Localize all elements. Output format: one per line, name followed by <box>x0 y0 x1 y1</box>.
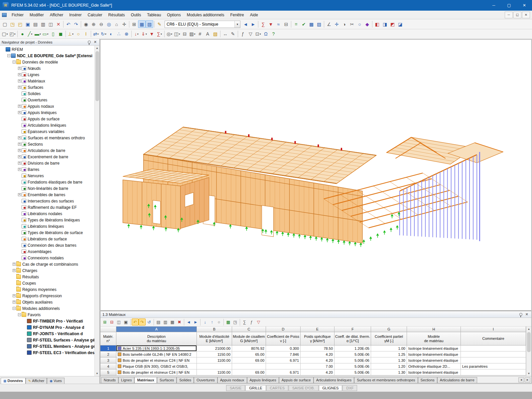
table-undo-icon[interactable]: ↶ <box>132 319 139 326</box>
mirror-copy-icon[interactable]: ◐ <box>107 30 115 38</box>
cell-g[interactable]: 1.00 <box>371 345 407 351</box>
tree-item-lignes[interactable]: +Lignes <box>0 71 94 78</box>
table-pin-icon[interactable] <box>519 313 522 316</box>
cell-comment[interactable]: Les paramètres <box>461 363 526 369</box>
print-icon[interactable]: ▤ <box>32 20 39 28</box>
tree-item-n-uds[interactable]: +Nœuds <box>0 65 94 71</box>
tree-expand-icon[interactable]: − <box>18 313 21 316</box>
column-header-G[interactable]: Coefficient partielγM [-] <box>371 332 407 345</box>
table-scroll-up-icon[interactable]: ▲ <box>526 327 531 332</box>
tree-expand-icon[interactable]: + <box>18 155 21 158</box>
open-file-icon[interactable]: ◳ <box>9 20 16 28</box>
tree-item-types-de-lib-rations-de-surfac[interactable]: Types de libérations de surface <box>0 229 94 236</box>
model-viewport[interactable] <box>100 39 532 311</box>
column-letter-C[interactable]: C <box>232 327 266 332</box>
pin-icon[interactable] <box>88 41 91 44</box>
coordinate-systems-icon[interactable]: ✛ <box>333 20 340 28</box>
superposition-icon[interactable]: ∑ <box>259 20 267 28</box>
table-tab-mat-riaux[interactable]: Matériaux <box>134 377 157 383</box>
previous-view-icon[interactable]: ⌂ <box>113 20 120 28</box>
tree-expand-icon[interactable]: + <box>18 73 21 76</box>
save-icon[interactable]: ▣ <box>24 20 32 28</box>
print-preview-icon[interactable]: ▥ <box>39 20 47 28</box>
row-number[interactable]: 3 <box>100 357 116 363</box>
row-number[interactable]: 1 <box>100 345 116 351</box>
cell-b[interactable]: 1150.00 <box>197 351 232 357</box>
status-toggle-dxf[interactable]: DXF <box>342 385 357 391</box>
table-ole-icon[interactable]: ◳ <box>232 319 239 326</box>
navigator-tab-vues[interactable]: ◉Vues <box>47 378 64 384</box>
tree-item-ensembles-de-barres[interactable]: +Ensembles de barres <box>0 192 94 198</box>
tree-item-raffinement-du-maillage-ef[interactable]: Raffinement du maillage EF <box>0 204 94 210</box>
load-case-combo[interactable]: CR6 - ELU (EQU) - Sismique ▾ <box>165 21 240 28</box>
tree-expand-icon[interactable]: − <box>7 54 10 57</box>
new-nodal-load-icon[interactable]: ↓▾ <box>133 30 140 38</box>
menu-item-aide[interactable]: Aide <box>247 11 261 19</box>
dimensions-icon[interactable]: ↔ <box>221 30 229 38</box>
tree-item-assemblages[interactable]: Assemblages <box>0 248 94 255</box>
show-results-icon[interactable]: ≈ <box>275 20 282 28</box>
cell-model[interactable]: Isotrope linéairement élastique <box>407 345 461 351</box>
visibility-icon[interactable]: ◎▾ <box>166 30 173 38</box>
help-tool-icon[interactable]: ? <box>270 30 277 38</box>
move-copy-icon[interactable]: ⇄▾ <box>92 30 100 38</box>
tree-item-rf-steel-ec3-v-rification-des-[interactable]: RF-STEEL EC3 - Vérification des l <box>0 349 94 356</box>
maximize-button[interactable]: ▢ <box>501 0 517 11</box>
tree-expand-icon[interactable]: + <box>18 67 21 70</box>
column-letter-D[interactable]: D <box>266 327 301 332</box>
new-surface-load-icon[interactable]: ▼ <box>148 30 156 38</box>
tree-item-connexion-des-deux-barres[interactable]: Connexion des deux barres <box>0 242 94 248</box>
tree-item-lib-rations-lin-iques[interactable]: Libérations linéiques <box>0 223 94 229</box>
model-3d-view[interactable] <box>100 40 531 310</box>
tree-item-surfaces-et-membranes-orthotro[interactable]: +Surfaces et membranes orthotro <box>0 135 94 141</box>
tree-item-rf-joints-v-rification-d[interactable]: RF-JOINTS - Vérification d <box>0 331 94 337</box>
cell-description[interactable]: Acier S 235 | EN 1993-1-1:2005-05 <box>116 345 197 351</box>
new-line-icon[interactable]: ╱▾ <box>26 30 34 38</box>
edit-select-icon[interactable]: ▢▾ <box>1 30 9 38</box>
scroll-up-icon[interactable]: ▲ <box>95 46 100 51</box>
tree-expand-icon[interactable]: + <box>18 162 21 165</box>
cell-g[interactable]: 1.30 <box>371 357 407 363</box>
tree-item-coupes[interactable]: Coupes <box>0 280 94 286</box>
table-close-icon[interactable]: ✕ <box>524 312 529 317</box>
table-scroll-down-icon[interactable]: ▼ <box>526 371 531 376</box>
cell-c[interactable] <box>232 363 266 369</box>
tree-item--paisseurs-variables[interactable]: Épaisseurs variables <box>0 128 94 135</box>
tree-expand-icon[interactable]: + <box>18 193 21 196</box>
special-objects-icon[interactable]: ◆ <box>363 20 371 28</box>
new-section-icon[interactable]: I <box>82 30 90 38</box>
formulas-icon[interactable]: ƒ <box>239 30 247 38</box>
show-loads-icon[interactable]: ▼ <box>267 20 275 28</box>
cell-b[interactable]: 1100.00 <box>197 357 232 363</box>
tree-expand-icon[interactable]: − <box>13 61 16 64</box>
table-tab-solides[interactable]: Solides <box>177 377 194 383</box>
cell-comment[interactable] <box>461 369 526 375</box>
table-jump-last-icon[interactable]: ► <box>192 319 199 326</box>
table-view-mode-icon[interactable]: ▤ <box>155 319 162 326</box>
table-export-icon[interactable]: ↑ <box>208 319 215 326</box>
new-support-icon[interactable]: ⊥▾ <box>67 30 74 38</box>
cell-model[interactable]: Orthotrope élastique 2D... <box>407 363 461 369</box>
tree-item-excentrement-de-barre[interactable]: +Excentrement de barre <box>0 154 94 160</box>
tree-expand-icon[interactable]: + <box>18 149 21 152</box>
table-tab-surfaces-et-membranes-orthotropes[interactable]: Surfaces et membranes orthotropes <box>354 377 418 383</box>
menu-item-ins-rer[interactable]: Insérer <box>66 11 84 19</box>
cell-b[interactable]: 1100.00 <box>197 369 232 375</box>
status-toggle-glignes[interactable]: GLIGNES <box>319 385 342 391</box>
new-opening-icon[interactable]: ▯ <box>49 30 57 38</box>
tree-item-ouvertures[interactable]: Ouvertures <box>0 97 94 103</box>
column-header-B[interactable]: Module d'élasticitéE [kN/cm²] <box>197 332 232 345</box>
menu-item-fichier[interactable]: Fichier <box>9 11 27 19</box>
zoom-window-icon[interactable]: ◉ <box>82 20 90 28</box>
cell-d[interactable]: 0.300 <box>266 345 301 351</box>
table-tab-appuis-lin-iques[interactable]: Appuis linéiques <box>247 377 279 383</box>
table-tab-articulations-lin-iques[interactable]: Articulations linéiques <box>314 377 354 383</box>
new-solid-icon[interactable]: ◼ <box>57 30 65 38</box>
cell-e[interactable]: 78.50 <box>301 345 334 351</box>
mesh-settings-icon[interactable]: ▨ <box>315 20 323 28</box>
cell-description[interactable]: Plaque OSB (EN 300), OSB/2 et OSB/3, <box>116 363 197 369</box>
cell-d[interactable]: 6.971 <box>266 369 301 375</box>
table-layout-vertical-icon[interactable]: ▧ <box>146 20 153 28</box>
generate-mesh-icon[interactable]: ▩ <box>308 20 315 28</box>
tree-item-modules-additionnels[interactable]: −Modules additionnels <box>0 305 94 312</box>
